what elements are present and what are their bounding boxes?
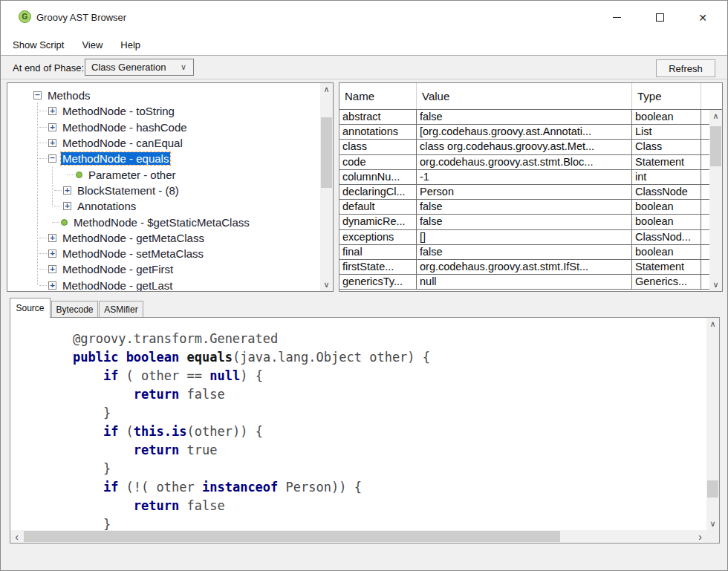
row-filler (701, 170, 709, 185)
table-row[interactable]: classclass org.codehaus.groovy.ast.Met..… (339, 140, 722, 154)
table-row[interactable]: codeorg.codehaus.groovy.ast.stmt.Bloc...… (339, 155, 722, 170)
code-keyword: null (209, 368, 240, 383)
expand-toggle-icon[interactable]: + (48, 249, 56, 258)
tree-node[interactable]: +MethodNode - setMetaClass (7, 246, 320, 261)
code-horizontal-scrollbar[interactable]: ‹ › (10, 530, 706, 543)
refresh-button[interactable]: Refresh (656, 59, 715, 77)
groovy-ast-browser-window: G Groovy AST Browser ✕ Show Script View … (0, 0, 728, 571)
expand-toggle-icon[interactable]: + (48, 107, 56, 115)
tree-vertical-scrollbar[interactable]: ∧ ∨ (320, 83, 333, 291)
tree-node[interactable]: +MethodNode - toString (7, 103, 320, 119)
tab-source[interactable]: Source (10, 298, 51, 318)
expand-toggle-icon[interactable]: + (48, 123, 56, 131)
table-cell: false (417, 200, 632, 215)
table-row[interactable]: columnNu...-1int (339, 170, 722, 185)
scroll-down-icon[interactable]: ∨ (709, 278, 722, 291)
row-filler (701, 245, 709, 260)
scrollbar-thumb[interactable] (710, 126, 721, 166)
code-line: if (!( other instanceof Person)) { (42, 478, 706, 497)
scroll-down-icon[interactable]: ∨ (706, 518, 719, 530)
tab-asmifier[interactable]: ASMifier (99, 301, 143, 318)
expand-toggle-icon[interactable]: + (48, 281, 56, 290)
menu-item-show-script[interactable]: Show Script (4, 39, 73, 50)
table-row[interactable]: dynamicRe...falseboolean (339, 215, 722, 229)
tab-bytecode[interactable]: Bytecode (51, 301, 98, 318)
phase-select-value: Class Generation (91, 62, 166, 73)
table-row[interactable]: annotations[org.codehaus.groovy.ast.Anno… (339, 125, 722, 140)
window-title: Groovy AST Browser (36, 12, 126, 23)
table-cell: boolean (632, 215, 701, 229)
code-text (42, 424, 103, 439)
scroll-down-icon[interactable]: ∨ (320, 278, 333, 291)
code-text: ( (118, 424, 133, 439)
code-text (42, 498, 134, 513)
code-text (42, 350, 73, 365)
code-text (179, 350, 186, 365)
code-line: if ( other == null) { (42, 367, 706, 385)
tree-node[interactable]: −MethodNode - equals (7, 151, 320, 166)
source-code-view[interactable]: @groovy.transform.Generated public boole… (10, 318, 706, 530)
phase-select[interactable]: Class Generation ∨ (85, 59, 194, 76)
maximize-button[interactable] (638, 1, 681, 34)
table-cell: org.codehaus.groovy.ast.stmt.IfSt... (417, 260, 632, 275)
tree-node[interactable]: +MethodNode - getFirst (7, 261, 320, 277)
expand-toggle-icon[interactable]: + (48, 139, 56, 147)
scrollbar-thumb[interactable] (321, 117, 332, 188)
table-row[interactable]: finalfalseboolean (339, 245, 722, 260)
scroll-left-icon[interactable]: ‹ (10, 530, 23, 543)
row-filler (701, 125, 709, 140)
scrollbar-thumb[interactable] (24, 531, 560, 542)
code-vertical-scrollbar[interactable]: ∧ ∨ (706, 318, 719, 530)
column-header-name[interactable]: Name (339, 83, 417, 109)
menu-item-view[interactable]: View (73, 39, 111, 50)
tree-node[interactable]: +MethodNode - hashCode (7, 120, 320, 135)
tree-node[interactable]: MethodNode - $getStaticMetaClass (7, 214, 320, 229)
code-line: if (this.is(other)) { (42, 422, 706, 441)
scroll-up-icon[interactable]: ∧ (320, 83, 333, 96)
table-cell: columnNu... (339, 170, 417, 185)
tree-connector-line (39, 158, 47, 159)
table-vertical-scrollbar[interactable]: ∧ ∨ (709, 110, 722, 291)
collapse-toggle-icon[interactable]: − (48, 154, 56, 163)
table-row[interactable]: firstState...org.codehaus.groovy.ast.stm… (339, 260, 722, 275)
expand-toggle-icon[interactable]: + (63, 186, 71, 195)
table-row[interactable]: exceptions[]ClassNod... (339, 230, 722, 245)
tree-node[interactable]: +Annotations (7, 198, 320, 214)
column-header-type[interactable]: Type (632, 83, 701, 109)
table-cell: boolean (632, 245, 701, 260)
table-row[interactable]: abstractfalseboolean (339, 110, 722, 125)
menu-item-help[interactable]: Help (111, 39, 149, 50)
tree-node[interactable]: −Methods (7, 88, 320, 103)
table-cell: false (417, 110, 632, 125)
tree-node[interactable]: Parameter - other (7, 166, 320, 182)
tree-node[interactable]: +MethodNode - getMetaClass (7, 230, 320, 246)
expand-toggle-icon[interactable]: + (63, 202, 71, 210)
expand-toggle-icon[interactable]: + (48, 234, 56, 242)
tree-node-label: MethodNode - canEqual (61, 137, 184, 149)
minimize-button[interactable] (595, 1, 638, 34)
tree-node[interactable]: +BlockStatement - (8) (7, 183, 320, 198)
table-row[interactable]: declaringCl...PersonClassNode (339, 185, 722, 200)
collapse-toggle-icon[interactable]: − (33, 91, 42, 99)
close-button[interactable]: ✕ (681, 1, 724, 34)
table-cell: Class (632, 140, 701, 154)
tree-node[interactable]: +MethodNode - canEqual (7, 135, 320, 151)
scroll-up-icon[interactable]: ∧ (706, 318, 719, 330)
column-header-value[interactable]: Value (417, 83, 632, 109)
code-keyword: if (103, 424, 118, 439)
expand-toggle-icon[interactable]: + (48, 265, 56, 273)
table-row[interactable]: genericsTy...nullGenerics... (339, 275, 722, 290)
refresh-button-label: Refresh (669, 63, 703, 74)
scrollbar-thumb[interactable] (707, 480, 718, 497)
code-text: false (179, 498, 224, 513)
table-row[interactable]: defaultfalseboolean (339, 200, 722, 215)
tree-connector-line (39, 285, 47, 286)
row-filler (701, 185, 709, 200)
tree-node[interactable]: +MethodNode - getLast (7, 278, 320, 291)
scroll-right-icon[interactable]: › (694, 530, 706, 543)
code-keyword: this.is (134, 424, 187, 439)
tree-node-label: MethodNode - getLast (61, 279, 174, 291)
scroll-up-icon[interactable]: ∧ (709, 110, 722, 123)
code-line: } (42, 460, 706, 478)
tree-connector-line (54, 206, 62, 206)
